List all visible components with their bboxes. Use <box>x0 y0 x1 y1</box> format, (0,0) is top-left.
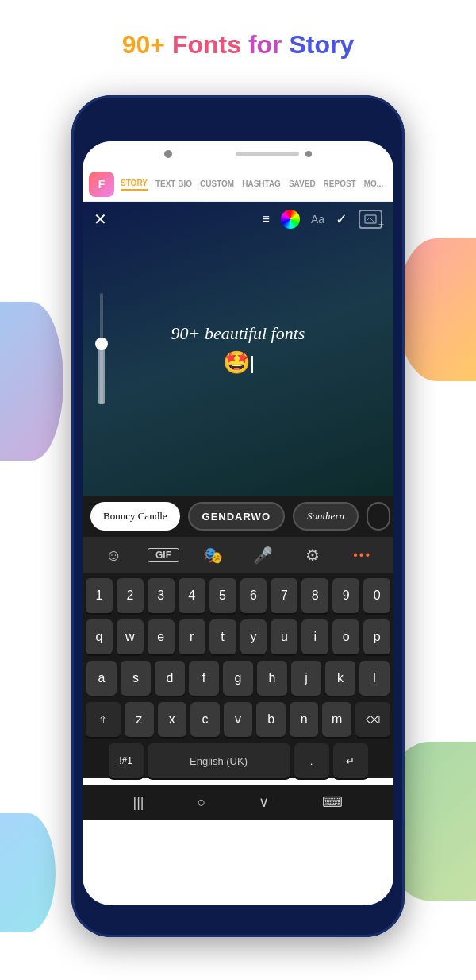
number-row: 1 2 3 4 5 6 7 8 9 0 <box>86 578 390 613</box>
key-g[interactable]: g <box>223 661 253 696</box>
settings-icon[interactable]: ⚙ <box>297 546 328 565</box>
tab-more[interactable]: MO... <box>364 178 383 190</box>
key-s[interactable]: s <box>121 661 151 696</box>
key-v[interactable]: v <box>224 702 253 737</box>
title-part-1: 90+ <box>122 30 172 59</box>
editor-content[interactable]: 90+ beautiful fonts 🤩 <box>171 322 305 376</box>
shift-key[interactable]: ⇧ <box>86 702 121 737</box>
back-button[interactable]: ||| <box>133 794 144 811</box>
more-options-icon[interactable]: ••• <box>347 548 378 562</box>
font-size-label[interactable]: Aa <box>311 213 324 226</box>
font-chip-southern[interactable]: Southern <box>293 502 359 531</box>
key-j[interactable]: j <box>291 661 321 696</box>
key-2[interactable]: 2 <box>117 578 144 613</box>
tab-story[interactable]: STORY <box>121 177 148 191</box>
align-icon[interactable]: ≡ <box>263 212 270 226</box>
period-key[interactable]: . <box>294 743 329 778</box>
key-row-bottom: !#1 English (UK) . ↵ <box>86 743 390 778</box>
key-t[interactable]: t <box>209 619 236 654</box>
key-9[interactable]: 9 <box>332 578 359 613</box>
key-i[interactable]: i <box>301 619 328 654</box>
key-e[interactable]: e <box>148 619 175 654</box>
svg-line-2 <box>370 218 374 222</box>
key-u[interactable]: u <box>271 619 298 654</box>
recents-button[interactable]: ∨ <box>259 793 269 811</box>
key-k[interactable]: k <box>325 661 355 696</box>
key-row-1: q w e r t y u i o p <box>86 619 390 654</box>
tab-repost[interactable]: REPOST <box>324 178 356 190</box>
emoji-picker-icon[interactable]: ☺ <box>98 546 129 565</box>
key-4[interactable]: 4 <box>178 578 205 613</box>
space-key[interactable]: English (UK) <box>148 743 290 778</box>
phone-dot <box>305 151 312 157</box>
home-button[interactable]: ○ <box>198 794 206 811</box>
key-p[interactable]: p <box>363 619 390 654</box>
key-o[interactable]: o <box>332 619 359 654</box>
svg-line-1 <box>367 218 370 220</box>
tab-saved[interactable]: SAVED <box>289 178 316 190</box>
app-navigation: F STORY TEXT BIO CUSTOM HASHTAG SAVED RE… <box>83 167 393 202</box>
editor-area[interactable]: ✕ ≡ Aa ✓ <box>83 202 393 496</box>
toolbar-right: ≡ Aa ✓ <box>263 210 382 229</box>
keyboard-button[interactable]: ⌨ <box>322 793 343 811</box>
key-l[interactable]: l <box>359 661 390 696</box>
wave-left-decoration <box>0 302 63 461</box>
backspace-key[interactable]: ⌫ <box>355 702 390 737</box>
background-icon[interactable] <box>359 210 382 229</box>
app-logo[interactable]: F <box>89 172 114 197</box>
page-title: 90+ Fonts for Story <box>0 0 476 68</box>
phone-frame: F STORY TEXT BIO CUSTOM HASHTAG SAVED RE… <box>71 95 405 937</box>
key-n[interactable]: n <box>290 702 319 737</box>
editor-toolbar: ✕ ≡ Aa ✓ <box>83 210 393 229</box>
key-q[interactable]: q <box>86 619 113 654</box>
slider-fill <box>98 338 105 404</box>
font-chip-gendarwo[interactable]: GENDARWO <box>188 502 285 531</box>
key-5[interactable]: 5 <box>209 578 236 613</box>
key-b[interactable]: b <box>256 702 286 737</box>
key-1[interactable]: 1 <box>86 578 113 613</box>
close-button[interactable]: ✕ <box>94 210 107 229</box>
key-8[interactable]: 8 <box>301 578 328 613</box>
sticker-icon[interactable]: 🎭 <box>198 546 229 565</box>
key-h[interactable]: h <box>257 661 287 696</box>
title-part-3: for <box>248 30 290 59</box>
key-f[interactable]: f <box>189 661 219 696</box>
color-wheel-icon[interactable] <box>281 210 300 229</box>
key-6[interactable]: 6 <box>240 578 267 613</box>
key-x[interactable]: x <box>158 702 187 737</box>
phone-speaker <box>236 152 299 156</box>
key-row-2: a s d f g h j k l <box>86 661 390 696</box>
title-part-2: Fonts <box>172 30 248 59</box>
key-a[interactable]: a <box>86 661 117 696</box>
key-w[interactable]: w <box>117 619 144 654</box>
key-m[interactable]: m <box>322 702 351 737</box>
symbols-key[interactable]: !#1 <box>109 743 144 778</box>
title-part-4: Story <box>289 30 354 59</box>
nav-tabs: STORY TEXT BIO CUSTOM HASHTAG SAVED REPO… <box>121 177 383 191</box>
enter-key[interactable]: ↵ <box>333 743 368 778</box>
key-7[interactable]: 7 <box>271 578 298 613</box>
gif-button[interactable]: GIF <box>148 548 179 562</box>
key-r[interactable]: r <box>178 619 205 654</box>
tab-custom[interactable]: CUSTOM <box>200 178 234 190</box>
key-d[interactable]: d <box>155 661 185 696</box>
font-chip-partial[interactable] <box>367 502 390 531</box>
key-0[interactable]: 0 <box>363 578 390 613</box>
confirm-button[interactable]: ✓ <box>336 210 347 228</box>
voice-input-icon[interactable]: 🎤 <box>247 546 278 565</box>
font-selector-bar: Bouncy Candle GENDARWO Southern <box>83 496 393 537</box>
phone-camera <box>164 150 172 158</box>
svg-rect-0 <box>365 215 376 223</box>
key-y[interactable]: y <box>240 619 267 654</box>
tab-hashtag[interactable]: HASHTAG <box>242 178 281 190</box>
keyboard-keys: 1 2 3 4 5 6 7 8 9 0 q w e r t <box>83 573 393 778</box>
key-row-3: ⇧ z x c v b n m ⌫ <box>86 702 390 737</box>
font-chip-bouncy-candle[interactable]: Bouncy Candle <box>90 502 180 531</box>
editor-main-text: 90+ beautiful fonts <box>171 322 305 346</box>
key-c[interactable]: c <box>190 702 220 737</box>
tab-text-bio[interactable]: TEXT BIO <box>155 178 192 190</box>
key-3[interactable]: 3 <box>148 578 175 613</box>
wave-right-top-decoration <box>397 238 476 381</box>
key-z[interactable]: z <box>125 702 154 737</box>
size-slider[interactable] <box>100 293 103 404</box>
